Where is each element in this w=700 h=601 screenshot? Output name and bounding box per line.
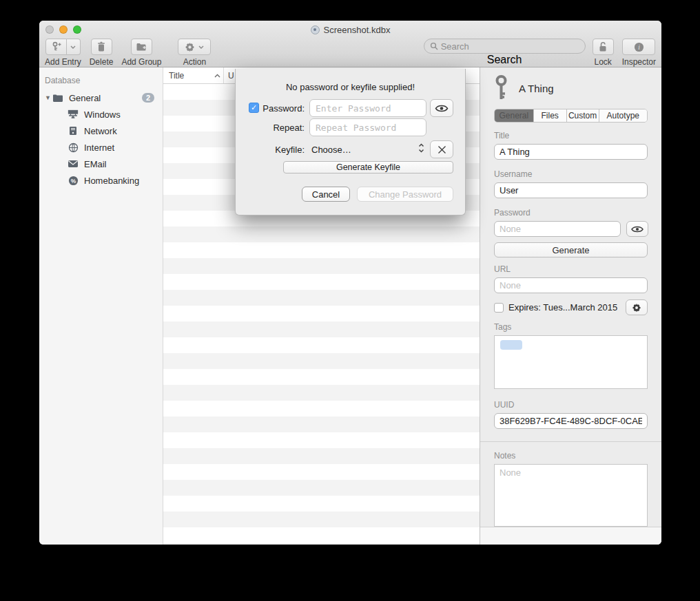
stepper-icon[interactable] (418, 143, 424, 154)
sidebar-item-general[interactable]: ▼ General 2 (39, 89, 163, 106)
enter-password-input[interactable] (309, 99, 426, 117)
window-chrome: Screenshot.kdbx (39, 21, 661, 67)
sidebar-item-network[interactable]: Network (39, 123, 163, 139)
toolbar-right-cluster: Search Lock (424, 39, 656, 67)
folder-plus-icon (136, 42, 147, 52)
sidebar-item-label: Windows (84, 109, 121, 120)
info-icon: i (634, 42, 644, 52)
sort-ascending-icon (214, 74, 220, 78)
change-password-sheet: No password or keyfile supplied! ✓ Passw… (235, 69, 466, 215)
reveal-password-button[interactable] (626, 221, 648, 237)
search-icon (430, 42, 438, 50)
keyfile-label: Keyfile: (247, 145, 305, 155)
column-header-title[interactable]: Title (163, 67, 224, 83)
toolbar-item-add-entry: Add Entry (45, 39, 81, 67)
document-proxy-icon (311, 25, 320, 34)
svg-text:%: % (70, 177, 76, 184)
uuid-field[interactable] (494, 413, 648, 429)
divider (480, 441, 661, 442)
network-computers-icon (67, 109, 79, 119)
reveal-password-button[interactable] (430, 99, 453, 117)
toolbar-item-add-group: Add Group (121, 39, 161, 67)
url-field[interactable] (494, 277, 648, 293)
tab-custom[interactable]: Custom (567, 109, 599, 122)
app-window: Screenshot.kdbx (39, 21, 661, 545)
cancel-button[interactable]: Cancel (302, 187, 350, 202)
title-field[interactable] (494, 144, 648, 160)
search-field[interactable] (424, 39, 586, 54)
disclosure-triangle-icon[interactable]: ▼ (45, 94, 52, 101)
toolbar-item-delete: Delete (90, 39, 114, 67)
sidebar: Database ▼ General 2 (39, 67, 163, 545)
search-input[interactable] (441, 41, 579, 52)
sidebar-item-windows[interactable]: Windows (39, 106, 163, 123)
tab-label: Custom (568, 111, 597, 120)
inspector-tabs: General Files Custom Autotype (494, 109, 648, 123)
tab-label: General (500, 111, 529, 120)
inspector-button[interactable]: i (622, 39, 655, 55)
repeat-label: Repeat: (247, 123, 305, 133)
add-group-button[interactable] (131, 39, 152, 55)
tags-field[interactable] (494, 335, 648, 389)
tab-label: Files (542, 111, 559, 120)
globe-icon (67, 143, 79, 153)
toolbar-item-action: Action (178, 39, 211, 67)
percent-icon: % (67, 176, 79, 186)
toolbar-label: Inspector (622, 57, 656, 67)
tab-files[interactable]: Files (534, 109, 567, 122)
toolbar: Add Entry Delete (45, 39, 656, 67)
trash-icon (96, 41, 106, 52)
unlock-icon (598, 41, 608, 52)
envelope-icon (67, 160, 79, 168)
toolbar-label: Add Group (121, 57, 161, 67)
generate-password-button[interactable]: Generate (494, 242, 648, 257)
sheet-message: No password or keyfile supplied! (236, 82, 465, 92)
uuid-field-label: UUID (494, 400, 648, 410)
toolbar-label: Delete (90, 57, 114, 67)
toolbar-item-lock: Lock (593, 39, 614, 67)
lock-button[interactable] (593, 39, 614, 55)
url-field-label: URL (494, 264, 648, 274)
clear-keyfile-button[interactable] (430, 140, 453, 158)
delete-button[interactable] (91, 39, 112, 55)
add-entry-button[interactable] (45, 39, 67, 55)
gear-icon (632, 303, 641, 313)
sidebar-item-email[interactable]: EMail (39, 156, 163, 172)
password-field-label: Password (494, 208, 648, 218)
inspector-panel: A Thing General Files Custom Autotype Ti… (480, 67, 661, 545)
svg-text:i: i (638, 43, 640, 50)
tags-label: Tags (494, 322, 648, 332)
tab-general[interactable]: General (495, 109, 534, 122)
sidebar-item-homebanking[interactable]: % Homebanking (39, 172, 163, 189)
repeat-password-input[interactable] (309, 118, 426, 136)
password-field[interactable] (494, 221, 621, 237)
keyfile-popup-button[interactable]: Choose… (311, 145, 351, 155)
generate-keyfile-button[interactable]: Generate Keyfile (283, 161, 453, 173)
notes-field[interactable] (494, 464, 648, 527)
chevron-down-icon (198, 45, 204, 49)
sidebar-item-label: Homebanking (84, 176, 139, 186)
eye-icon (435, 104, 449, 113)
expires-checkbox[interactable] (494, 303, 504, 313)
inspector-header: A Thing (494, 74, 648, 102)
gear-icon (185, 42, 195, 52)
username-field[interactable] (494, 182, 648, 198)
toolbar-label: Search (487, 54, 522, 66)
change-password-button[interactable]: Change Password (357, 187, 453, 202)
sidebar-item-internet[interactable]: Internet (39, 139, 163, 156)
column-header-username[interactable]: U (224, 71, 234, 81)
action-button[interactable] (178, 39, 211, 55)
titlebar: Screenshot.kdbx (39, 23, 661, 36)
add-entry-dropdown-button[interactable] (67, 39, 81, 55)
sidebar-item-label: General (69, 93, 101, 103)
expires-settings-button[interactable] (626, 299, 648, 315)
tab-label: Autotype (607, 111, 639, 120)
toolbar-item-inspector: i Inspector (622, 39, 656, 67)
entry-count-badge: 2 (142, 93, 154, 103)
key-icon (494, 75, 508, 101)
tab-autotype[interactable]: Autotype (599, 109, 647, 122)
tag-pill[interactable] (500, 340, 522, 350)
sidebar-item-label: Network (84, 126, 117, 136)
chevron-down-icon (70, 45, 76, 49)
username-field-label: Username (494, 169, 648, 179)
